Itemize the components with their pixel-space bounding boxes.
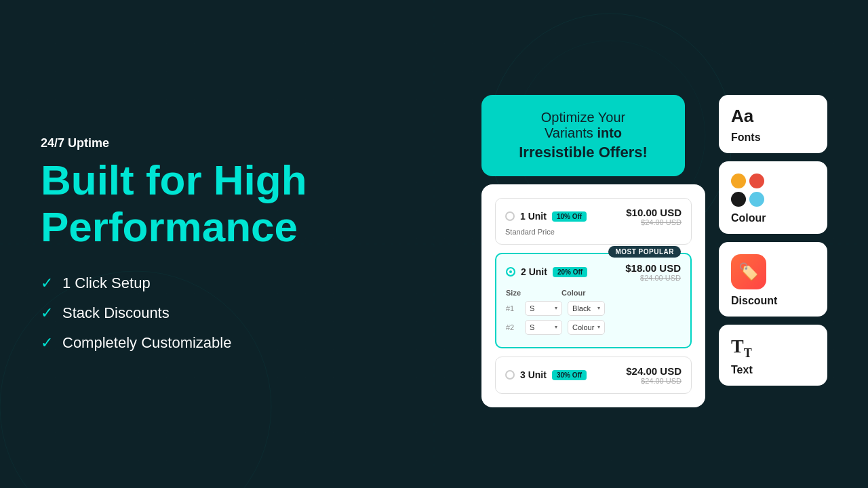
radio-option-2[interactable] xyxy=(506,267,515,277)
colour-dots xyxy=(731,174,764,207)
fonts-icon: Aa xyxy=(731,106,753,126)
price-original-1: $24.00 USD xyxy=(626,218,682,226)
feature-item-customize: ✓ Completely Customizable xyxy=(41,334,339,352)
select-arrow-colour1: ▾ xyxy=(597,305,600,311)
text-icon: TT xyxy=(731,336,752,357)
uptime-label: 24/7 Uptime xyxy=(41,136,339,150)
colour-select-2[interactable]: Colour ▾ xyxy=(568,320,605,335)
price-main-2: $18.00 USD xyxy=(625,262,681,274)
price-main-1: $10.00 USD xyxy=(626,207,682,218)
size-select-2[interactable]: S ▾ xyxy=(525,320,562,335)
widget-area: Optimize Your Variants into Irresistible… xyxy=(481,95,705,407)
fonts-icon-area: Aa xyxy=(731,107,753,125)
colour-label: Colour xyxy=(731,212,766,224)
product-widget: 1 Unit 10% Off $10.00 USD $24.00 USD Sta… xyxy=(481,184,705,407)
variant-row-2: #2 S ▾ Colour ▾ xyxy=(506,320,681,335)
feature-label-customize: Completely Customizable xyxy=(62,334,231,352)
price-original-2: $24.00 USD xyxy=(625,274,681,282)
standard-price-label: Standard Price xyxy=(505,228,682,236)
variant-num-2: #2 xyxy=(506,323,519,331)
check-icon-customize: ✓ xyxy=(41,334,53,352)
select-arrow-colour2: ▾ xyxy=(597,324,600,330)
banner-line2-bold: into xyxy=(597,125,622,140)
card-text[interactable]: TT Text xyxy=(719,325,827,386)
product-option-3[interactable]: 3 Unit 30% Off $24.00 USD $24.00 USD xyxy=(495,357,692,394)
feature-label-discounts: Stack Discounts xyxy=(62,304,170,322)
unit-label-2: 2 Unit xyxy=(521,266,547,277)
price-original-3: $24.00 USD xyxy=(626,377,682,385)
feature-item-discounts: ✓ Stack Discounts xyxy=(41,304,339,322)
unit-label-3: 3 Unit xyxy=(520,369,547,380)
card-fonts[interactable]: Aa Fonts xyxy=(719,95,827,153)
discount-icon-wrap: 🏷️ xyxy=(731,254,766,289)
most-popular-badge: MOST POPULAR xyxy=(608,246,681,258)
product-option-1[interactable]: 1 Unit 10% Off $10.00 USD $24.00 USD Sta… xyxy=(495,198,692,245)
price-main-3: $24.00 USD xyxy=(626,365,682,377)
right-section: Optimize Your Variants into Irresistible… xyxy=(366,81,827,407)
variant-num-1: #1 xyxy=(506,304,519,312)
card-discount[interactable]: 🏷️ Discount xyxy=(719,242,827,317)
fonts-label: Fonts xyxy=(731,131,761,144)
radio-option-1[interactable] xyxy=(505,211,515,221)
check-icon-discounts: ✓ xyxy=(41,304,53,322)
feature-label-setup: 1 Click Setup xyxy=(62,274,151,292)
discount-badge-3: 30% Off xyxy=(552,370,587,380)
dot-blue xyxy=(749,192,764,207)
variant-header-size: Size xyxy=(506,289,521,297)
banner-line3: Irresistible Offers! xyxy=(502,144,665,161)
left-section: 24/7 Uptime Built for High Performance ✓… xyxy=(41,136,366,351)
product-option-2[interactable]: MOST POPULAR 2 Unit 20% Off $18.00 USD $… xyxy=(495,253,692,348)
optimize-banner: Optimize Your Variants into Irresistible… xyxy=(481,95,685,176)
radio-option-3[interactable] xyxy=(505,370,515,380)
discount-badge-2: 20% Off xyxy=(553,267,587,277)
check-icon-setup: ✓ xyxy=(41,274,53,292)
side-cards: Aa Fonts Colour 🏷️ Discount xyxy=(719,95,827,386)
banner-line2-prefix: Variants xyxy=(545,125,597,140)
text-icon-wrap: TT xyxy=(731,337,752,359)
dot-black xyxy=(731,192,746,207)
dot-red xyxy=(749,174,764,188)
select-arrow-size1: ▾ xyxy=(555,305,557,311)
main-heading: Built for High Performance xyxy=(41,157,339,249)
select-arrow-size2: ▾ xyxy=(555,324,557,330)
card-colour[interactable]: Colour xyxy=(719,161,827,234)
discount-icon: 🏷️ xyxy=(738,262,759,281)
unit-label-1: 1 Unit xyxy=(520,211,547,222)
discount-badge-1: 10% Off xyxy=(552,211,587,222)
text-label: Text xyxy=(731,364,753,376)
variant-header-colour: Colour xyxy=(561,289,585,297)
variant-row-1: #1 S ▾ Black ▾ xyxy=(506,301,681,316)
feature-list: ✓ 1 Click Setup ✓ Stack Discounts ✓ Comp… xyxy=(41,274,339,352)
size-select-1[interactable]: S ▾ xyxy=(525,301,562,316)
discount-label: Discount xyxy=(731,295,777,307)
dot-orange xyxy=(731,174,746,188)
variant-selectors: Size Colour #1 S ▾ Black ▾ xyxy=(506,289,681,335)
feature-item-setup: ✓ 1 Click Setup xyxy=(41,274,339,292)
colour-select-1[interactable]: Black ▾ xyxy=(568,301,605,316)
banner-line1: Optimize Your xyxy=(502,110,665,125)
